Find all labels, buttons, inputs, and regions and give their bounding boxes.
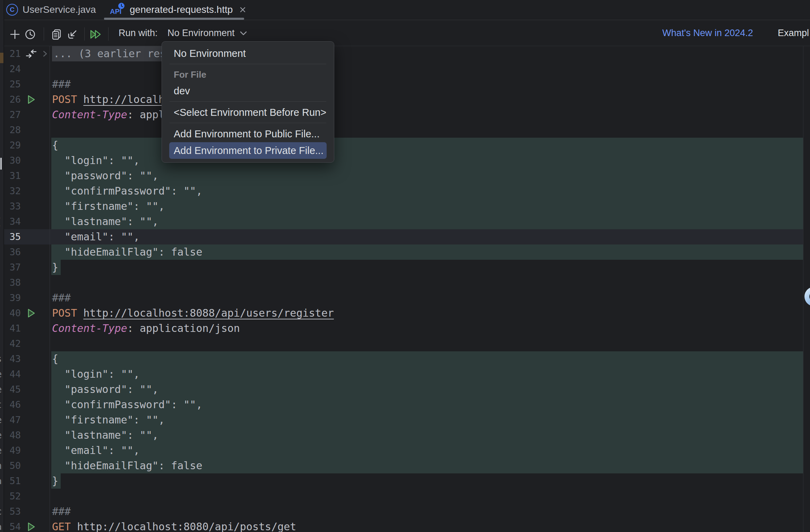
clipped-caret-fragment (0, 158, 2, 170)
menu-item-no-environment[interactable]: No Environment (162, 45, 334, 62)
code-text: "firstname": "", (52, 199, 165, 214)
line-number: 41 (4, 321, 21, 336)
line-number: 26 (4, 92, 21, 107)
menu-separator (162, 99, 334, 104)
line-number: 50 (4, 458, 21, 473)
gutter-divider (50, 46, 50, 532)
code-text: "confirmPassword": "", (52, 397, 202, 412)
code-line[interactable]: 54GET http://localhost:8080/api/posts/ge… (4, 519, 810, 532)
line-number: 43 (4, 351, 21, 367)
code-line[interactable]: 38 (4, 275, 810, 290)
line-number: 37 (4, 260, 21, 275)
code-line[interactable]: 26POST http://localh (4, 92, 810, 107)
tab-label: generated-requests.http (130, 4, 233, 15)
code-segment-plain: "password": "", (52, 383, 158, 395)
tab-label: UserService.java (23, 4, 96, 15)
run-all-icon[interactable] (89, 28, 103, 40)
run-request-icon[interactable] (26, 94, 36, 105)
line-number: 35 (4, 229, 21, 244)
collapsed-responses-gutter[interactable] (26, 49, 36, 59)
run-request-gutter[interactable] (26, 522, 36, 532)
line-number: 44 (4, 367, 21, 382)
code-line[interactable]: 34 "lastname": "", (4, 214, 810, 229)
history-icon[interactable] (24, 28, 36, 40)
code-segment-method: POST (52, 93, 83, 105)
code-segment-plain: "hideEmailFlag": false (52, 460, 202, 472)
collapsed-responses-icon[interactable] (26, 49, 37, 59)
code-segment-comment: ### (52, 505, 71, 517)
tab-generated-requests-http[interactable]: API generated-requests.http (110, 0, 247, 19)
line-number: 42 (4, 336, 21, 351)
code-line[interactable]: 29{ (4, 138, 810, 153)
code-segment-plain: "confirmPassword": "", (52, 185, 202, 197)
code-text: "email": "", (52, 443, 140, 458)
line-number: 34 (4, 214, 21, 229)
code-segment-url: http://localhost:8080/api/posts/get (77, 521, 296, 532)
line-number: 36 (4, 244, 21, 260)
code-line[interactable]: 30 "login": "", (4, 153, 810, 168)
menu-item-select-environment-before-run[interactable]: <Select Environment Before Run> (162, 104, 334, 121)
menu-item-add-environment-to-public-file[interactable]: Add Environment to Public File... (162, 126, 334, 142)
code-line[interactable]: 24 (4, 61, 810, 77)
code-text: GET http://localhost:8080/api/posts/get (52, 519, 296, 532)
code-line[interactable]: 21... (3 earlier res (4, 46, 810, 61)
run-request-icon[interactable] (26, 308, 36, 318)
code-line[interactable]: 31 "password": "", (4, 168, 810, 183)
examples-link[interactable]: Exampl (778, 20, 809, 46)
code-line[interactable]: 25### (4, 77, 810, 92)
code-line[interactable]: 53### (4, 504, 810, 519)
chevron-down-icon (240, 31, 247, 36)
code-text: } (52, 260, 58, 275)
code-line[interactable]: 33 "firstname": "", (4, 199, 810, 214)
run-with-label: Run with: (119, 20, 158, 46)
add-request-icon[interactable] (9, 28, 21, 40)
line-number: 48 (4, 428, 21, 443)
code-line[interactable]: 36 "hideEmailFlag": false (4, 244, 810, 260)
code-text: Content-Type: application/json (52, 321, 240, 336)
code-editor[interactable]: 21... (3 earlier res2425###26POST http:/… (4, 46, 810, 532)
code-segment-method: GET (52, 521, 77, 532)
http-api-icon: API (110, 4, 125, 16)
code-line[interactable]: 51} (4, 473, 810, 489)
line-number: 32 (4, 183, 21, 199)
code-segment-plain: { (52, 139, 58, 151)
code-text: "confirmPassword": "", (52, 183, 202, 199)
menu-item-dev[interactable]: dev (162, 83, 334, 99)
code-line[interactable]: 41Content-Type: application/json (4, 321, 810, 336)
code-line[interactable]: 27Content-Type: appl (4, 107, 810, 122)
code-segment-plain: "firstname": "", (52, 200, 165, 212)
code-segment-plain: "email": "", (52, 231, 140, 243)
code-line[interactable]: 52 (4, 489, 810, 504)
code-line[interactable]: 40POST http://localhost:8088/api/users/r… (4, 306, 810, 321)
code-line[interactable]: 46 "confirmPassword": "", (4, 397, 810, 412)
code-line[interactable]: 48 "lastname": "", (4, 428, 810, 443)
whats-new-link[interactable]: What's New in 2024.2 (662, 20, 753, 46)
menu-item-add-environment-to-private-file[interactable]: Add Environment to Private File... (169, 142, 327, 159)
code-line[interactable]: 44 "login": "", (4, 367, 810, 382)
run-request-gutter[interactable] (26, 308, 36, 318)
line-number: 46 (4, 397, 21, 412)
line-number: 30 (4, 153, 21, 168)
code-line[interactable]: 47 "firstname": "", (4, 412, 810, 428)
code-line[interactable]: 43{ (4, 351, 810, 367)
fold-chevron[interactable] (42, 49, 49, 58)
code-line[interactable]: 32 "confirmPassword": "", (4, 183, 810, 199)
copy-icon[interactable] (51, 28, 62, 40)
fold-region-chevron-icon[interactable] (42, 49, 49, 58)
code-line[interactable]: 35 "email": "", (4, 229, 810, 244)
run-request-gutter[interactable] (26, 94, 36, 105)
code-text: "lastname": "", (52, 428, 158, 443)
code-line[interactable]: 37} (4, 260, 810, 275)
import-icon[interactable] (67, 28, 78, 40)
panel-seam (3, 0, 4, 532)
code-line[interactable]: 42 (4, 336, 810, 351)
code-line[interactable]: 39### (4, 290, 810, 306)
tab-userservice-java[interactable]: C UserService.java (6, 0, 96, 19)
toolbar-separator (44, 27, 44, 41)
code-line[interactable]: 28 (4, 122, 810, 138)
close-tab-icon[interactable] (239, 6, 247, 14)
code-line[interactable]: 50 "hideEmailFlag": false (4, 458, 810, 473)
code-line[interactable]: 45 "password": "", (4, 382, 810, 397)
run-request-icon[interactable] (26, 522, 36, 532)
code-line[interactable]: 49 "email": "", (4, 443, 810, 458)
